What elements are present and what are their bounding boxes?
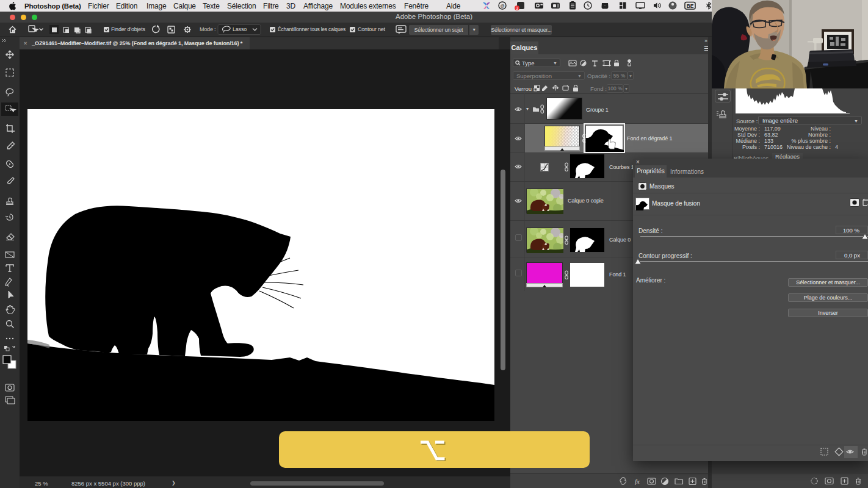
svg-text:@: @ (501, 4, 505, 8)
svg-text:3: 3 (516, 6, 518, 10)
svg-text:BE: BE (687, 3, 694, 9)
svg-text:fx: fx (635, 478, 640, 485)
